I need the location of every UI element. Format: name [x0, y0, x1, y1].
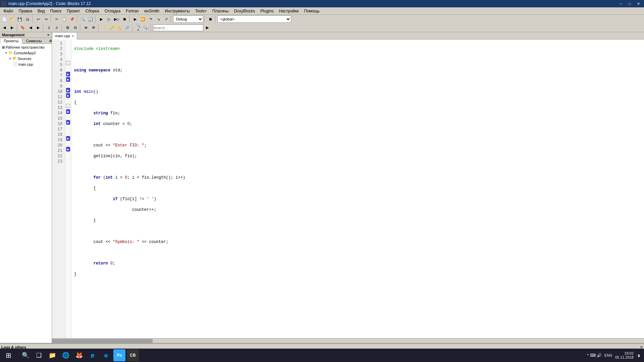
tb-debug-out[interactable]: ↗	[162, 15, 170, 23]
tb-debug-step[interactable]: ↘	[155, 15, 162, 23]
tree-label-workspace: Рабочее пространство	[6, 45, 45, 49]
tb-cut[interactable]: ✂	[53, 15, 60, 23]
close-button[interactable]: ✕	[634, 0, 643, 7]
panel-tab-projects[interactable]: Проекты	[0, 38, 22, 44]
tb2-fold[interactable]: ⊞	[64, 24, 71, 32]
tb2-zoom-in[interactable]: 🔍+	[135, 24, 142, 32]
taskbar-ie[interactable]: e	[87, 349, 99, 361]
tb2-comment[interactable]: //	[45, 24, 53, 32]
tb-new[interactable]: 📄	[1, 15, 8, 23]
tb2-next[interactable]: ▶	[8, 24, 16, 32]
tree-item-main-cpp[interactable]: 📄 main.cpp	[1, 61, 51, 67]
tb2-debug-var[interactable]: 👁	[82, 24, 90, 32]
menu-build[interactable]: Сборка	[83, 8, 102, 14]
taskbar-photoshop[interactable]: Ps	[113, 349, 125, 361]
tb2-5[interactable]: ⚡	[101, 24, 108, 32]
toolbar-search-input[interactable]	[153, 24, 203, 31]
ln-15: 15	[53, 116, 64, 121]
taskbar-search[interactable]: 🔍	[19, 349, 32, 361]
menu-view[interactable]: Вид	[35, 8, 48, 14]
code-line-8: int counter = 0;	[74, 121, 641, 127]
menu-help[interactable]: Помощь	[302, 8, 322, 14]
menu-tools[interactable]: Инструменты	[162, 8, 193, 14]
tb2-search-go[interactable]: ▶	[204, 24, 211, 32]
menu-debug[interactable]: Отладка	[102, 8, 123, 14]
menu-plugins2[interactable]: Plugins	[258, 8, 276, 14]
fold-marker-6[interactable]: -	[66, 61, 70, 65]
tb-undo[interactable]: ↩	[35, 15, 42, 23]
window-title: main.cpp [ConsoleApp2] - Code::Blocks 17…	[8, 1, 91, 6]
tb2-uncomment[interactable]: //	[53, 24, 60, 32]
code-line-3: using namespace std;	[74, 68, 641, 73]
panel-close-button[interactable]: ✕	[47, 33, 50, 37]
panel-tab-symbols[interactable]: Символы	[22, 38, 46, 44]
taskbar-codeblocks-tb[interactable]: CB	[127, 349, 139, 361]
minimize-button[interactable]: ─	[616, 0, 625, 7]
taskbar-icons: 🔍 ❑ 📁 🌐 🦊 e ◆ Ps CB	[17, 349, 142, 361]
code-line-11: getline(cin, fio);	[74, 154, 641, 159]
tb-debug-cont[interactable]: ⏩	[139, 15, 147, 23]
tb2-7[interactable]: 📐	[116, 24, 123, 32]
menu-wxsmith[interactable]: wxSmith	[142, 8, 162, 14]
tb-redo[interactable]: ↪	[42, 15, 50, 23]
scrollbar-thumb[interactable]	[52, 339, 153, 343]
tb-find[interactable]: 🔍	[79, 15, 87, 23]
menu-tools-plus[interactable]: Tools+	[193, 8, 210, 14]
maximize-button[interactable]: □	[625, 0, 634, 7]
taskbar-firefox[interactable]: 🦊	[73, 349, 85, 361]
menu-fortran[interactable]: Fortran	[123, 8, 142, 14]
tb2-bookmark[interactable]: 🔖	[19, 24, 26, 32]
tb2-8[interactable]: 🔗	[124, 24, 131, 32]
code-editor[interactable]: #include <iostream> using namespace std;…	[71, 40, 644, 338]
menu-file[interactable]: Файл	[1, 8, 16, 14]
tb-paste[interactable]: 📌	[68, 15, 76, 23]
tb-save-all[interactable]: 🗂	[24, 15, 31, 23]
tb-debug-next[interactable]: ↷	[147, 15, 154, 23]
menu-settings[interactable]: Настройки	[276, 8, 302, 14]
tree-item-workspace[interactable]: 🖥 Рабочее пространство	[1, 45, 51, 50]
editor-tab-close[interactable]: ✕	[71, 34, 74, 38]
tb-build-run[interactable]: ▶▷	[113, 15, 120, 23]
menu-plugins[interactable]: Плагины	[210, 8, 231, 14]
show-desktop[interactable]: ▮	[636, 354, 640, 357]
menu-project[interactable]: Проект	[64, 8, 83, 14]
tb2-unfold[interactable]: ⊟	[71, 24, 79, 32]
taskbar-browser[interactable]: 🌐	[60, 349, 72, 361]
tb-save[interactable]: 💾	[16, 15, 23, 23]
menu-bar: Файл Правка Вид Поиск Проект Сборка Отла…	[0, 7, 644, 15]
taskbar-vscode[interactable]: ◆	[100, 349, 112, 361]
tb-run[interactable]: ▷	[105, 15, 113, 23]
taskbar-taskview[interactable]: ❑	[33, 349, 45, 361]
fold-marker-13[interactable]: -	[66, 104, 70, 108]
code-line-20	[74, 250, 641, 255]
tb-build[interactable]: ▶	[98, 15, 105, 23]
build-config-dropdown[interactable]: Debug Release	[173, 15, 203, 23]
tree-item-sources[interactable]: ▼ 📂 Sources	[1, 56, 51, 61]
menu-edit[interactable]: Правка	[16, 8, 35, 14]
tb-replace[interactable]: 🔄	[87, 15, 94, 23]
ln-10: 10	[53, 89, 64, 95]
editor-scrollbar[interactable]	[52, 338, 644, 343]
target-dropdown[interactable]: <global>	[217, 15, 291, 23]
tb-copy[interactable]: 📋	[61, 15, 68, 23]
tree-item-project[interactable]: ▼ 📁 ConsoleApp2	[1, 50, 51, 56]
tree-label-project: ConsoleApp2	[14, 51, 36, 55]
editor-tabs: main.cpp ✕	[52, 32, 644, 40]
tb2-6[interactable]: 🔑	[108, 24, 116, 32]
tb2-zoom-out[interactable]: 🔍-	[142, 24, 150, 32]
debug-marker-8: ▶	[66, 77, 70, 82]
tb-abort[interactable]: ⏹	[207, 15, 214, 23]
tb2-prev[interactable]: ◀	[1, 24, 8, 32]
editor-tab-main[interactable]: main.cpp ✕	[52, 32, 77, 40]
tb2-bookmark-prev[interactable]: ◀	[27, 24, 34, 32]
tb-debug-run[interactable]: ▶	[131, 15, 139, 23]
sep15	[151, 24, 152, 32]
menu-doxyblocks[interactable]: DoxyBlocks	[231, 8, 258, 14]
taskbar-explorer[interactable]: 📁	[46, 349, 58, 361]
tb-stop[interactable]: ⏹	[121, 15, 128, 23]
tb2-bookmark-next[interactable]: ▶	[35, 24, 42, 32]
menu-search[interactable]: Поиск	[48, 8, 64, 14]
start-button[interactable]: ⊞	[0, 351, 17, 359]
tb-open[interactable]: 📂	[8, 15, 16, 23]
tb2-debug-watch[interactable]: ⚙	[90, 24, 97, 32]
